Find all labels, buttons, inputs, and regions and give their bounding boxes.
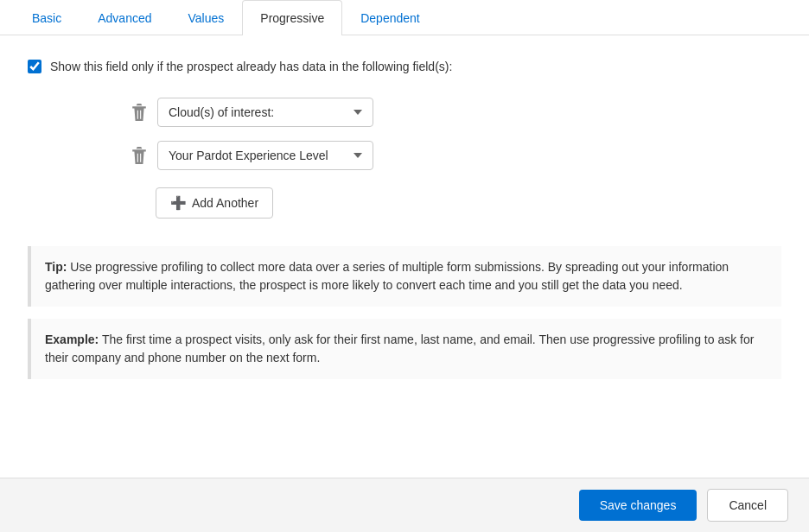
trash-icon <box>131 147 147 164</box>
tip-prefix: Tip: <box>45 260 67 274</box>
main-content: Show this field only if the prospect alr… <box>0 35 809 405</box>
trash-icon <box>131 104 147 121</box>
add-another-wrap: ➕ Add Another <box>156 187 781 218</box>
tab-values[interactable]: Values <box>170 0 243 35</box>
tab-progressive[interactable]: Progressive <box>242 0 342 35</box>
save-changes-button[interactable]: Save changes <box>579 490 698 521</box>
tip-box: Tip: Use progressive profiling to collec… <box>28 246 781 307</box>
checkbox-row: Show this field only if the prospect alr… <box>28 60 781 73</box>
delete-field-2-button[interactable] <box>131 147 147 164</box>
tab-basic[interactable]: Basic <box>14 0 80 35</box>
tab-advanced[interactable]: Advanced <box>80 0 169 35</box>
example-prefix: Example: <box>45 332 99 346</box>
add-another-button[interactable]: ➕ Add Another <box>156 187 273 218</box>
field-select-2[interactable]: Cloud(s) of interest: Your Pardot Experi… <box>157 141 373 170</box>
tab-dependent[interactable]: Dependent <box>342 0 438 35</box>
field-row: Cloud(s) of interest: Your Pardot Experi… <box>131 141 781 170</box>
show-field-checkbox[interactable] <box>28 60 41 73</box>
tip-text: Use progressive profiling to collect mor… <box>45 260 729 292</box>
field-select-1[interactable]: Cloud(s) of interest: Your Pardot Experi… <box>157 98 373 127</box>
example-box: Example: The first time a prospect visit… <box>28 319 781 379</box>
tabs-nav: Basic Advanced Values Progressive Depend… <box>0 0 809 35</box>
cancel-button[interactable]: Cancel <box>707 489 788 522</box>
field-row: Cloud(s) of interest: Your Pardot Experi… <box>131 98 781 127</box>
delete-field-1-button[interactable] <box>131 104 147 121</box>
plus-circle-icon: ➕ <box>170 195 187 211</box>
add-another-label: Add Another <box>192 196 258 210</box>
checkbox-label: Show this field only if the prospect alr… <box>50 60 452 73</box>
footer: Save changes Cancel <box>0 478 809 532</box>
example-text: The first time a prospect visits, only a… <box>45 332 754 364</box>
field-rows-container: Cloud(s) of interest: Your Pardot Experi… <box>131 98 781 170</box>
info-boxes: Tip: Use progressive profiling to collec… <box>28 246 781 381</box>
